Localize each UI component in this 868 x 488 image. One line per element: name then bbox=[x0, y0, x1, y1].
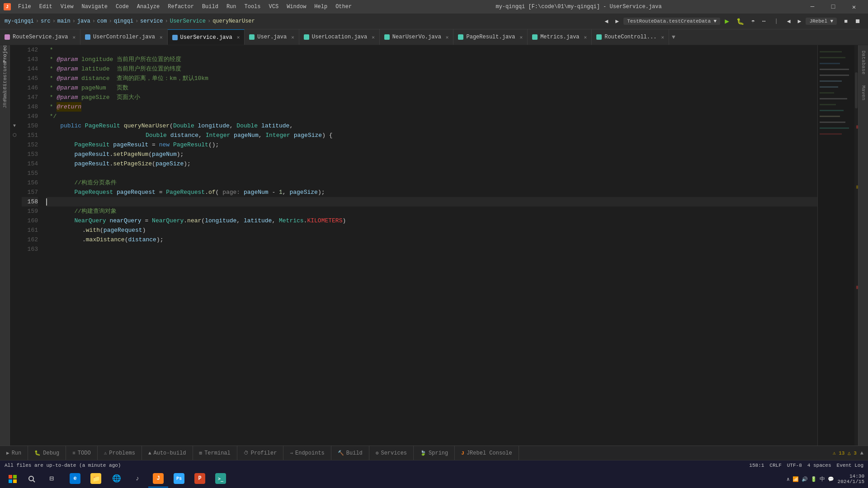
menu-vcs[interactable]: VCS bbox=[265, 3, 283, 11]
breadcrumb-file[interactable]: UserService bbox=[170, 18, 206, 24]
maximize-button[interactable]: □ bbox=[823, 0, 844, 14]
menu-window[interactable]: Window bbox=[283, 3, 310, 11]
debug-button[interactable]: 🐛 bbox=[734, 17, 747, 26]
bottom-tab-profiler[interactable]: ⏱ Profiler bbox=[237, 446, 284, 460]
more-tabs-button[interactable]: ▼ bbox=[669, 29, 678, 45]
minimap[interactable] bbox=[818, 45, 858, 446]
tab-userlocation[interactable]: UserLocation.java ✕ bbox=[299, 29, 380, 45]
sidebar-item-jrebel[interactable]: JRebel bbox=[0, 94, 9, 105]
code-editor[interactable]: * * @param longitude 当前用户所在位置的经度 * @para… bbox=[42, 45, 817, 446]
tab-close-userservice[interactable]: ✕ bbox=[237, 34, 240, 40]
tab-close-nearuservo[interactable]: ✕ bbox=[446, 34, 449, 40]
tab-routecontroller[interactable]: RouteControll... ✕ bbox=[592, 29, 669, 45]
tab-close-metrics[interactable]: ✕ bbox=[584, 34, 587, 40]
run-button[interactable]: ▶ bbox=[722, 16, 732, 27]
breadcrumb-method[interactable]: queryNearUser bbox=[212, 18, 255, 24]
menu-view[interactable]: View bbox=[57, 3, 77, 11]
menu-tools[interactable]: Tools bbox=[241, 3, 264, 11]
scrollbar-track[interactable] bbox=[854, 45, 858, 446]
breadcrumb-project[interactable]: my-qingqi bbox=[5, 18, 34, 24]
taskbar-app-terminal[interactable]: >_ bbox=[211, 470, 231, 488]
bottom-tab-build[interactable]: 🔨 Build bbox=[331, 446, 369, 460]
taskbar-app-winamp[interactable]: ♪ bbox=[127, 470, 147, 488]
warnings-count[interactable]: ⚠ 13 △ 3 bbox=[833, 450, 857, 456]
taskbar-app-intellij[interactable]: J bbox=[148, 470, 168, 488]
gutter-151[interactable]: ⬡ bbox=[13, 131, 17, 140]
expand-panel[interactable]: ▲ bbox=[860, 450, 863, 456]
nav-next-highlight[interactable]: ▶ bbox=[795, 17, 804, 26]
minimize-button[interactable]: ─ bbox=[802, 0, 823, 14]
tab-user[interactable]: User.java ✕ bbox=[245, 29, 299, 45]
bottom-tab-spring[interactable]: 🍃 Spring bbox=[414, 446, 455, 460]
tab-userservice[interactable]: UserService.java ✕ bbox=[168, 29, 245, 45]
sidebar-item-database[interactable]: Database bbox=[860, 47, 867, 78]
toolbar-more[interactable]: ⋯ bbox=[760, 17, 769, 26]
code-line-158[interactable] bbox=[46, 197, 817, 206]
bottom-tab-terminal[interactable]: ⊞ Terminal bbox=[193, 446, 237, 460]
menu-analyze[interactable]: Analyze bbox=[133, 3, 163, 11]
battery-icon[interactable]: 🔋 bbox=[811, 476, 817, 482]
sidebar-item-project[interactable]: Project bbox=[0, 47, 9, 58]
encoding[interactable]: UTF-8 bbox=[787, 463, 802, 468]
taskbar-search-button[interactable] bbox=[24, 471, 40, 487]
nav-forward[interactable]: ▶ bbox=[613, 17, 622, 26]
clock[interactable]: 14:30 2024/1/15 bbox=[838, 474, 864, 484]
taskbar-app-edge[interactable]: e bbox=[65, 470, 85, 488]
menu-code[interactable]: Code bbox=[112, 3, 132, 11]
nav-back[interactable]: ◀ bbox=[602, 17, 611, 26]
menu-help[interactable]: Help bbox=[311, 3, 331, 11]
run-coverage[interactable]: ☂ bbox=[749, 17, 758, 26]
tab-nearuservo[interactable]: NearUserVo.java ✕ bbox=[380, 29, 454, 45]
tab-metrics[interactable]: Metrics.java ✕ bbox=[528, 29, 592, 45]
tab-close-routeservice[interactable]: ✕ bbox=[72, 34, 75, 40]
breadcrumb-java[interactable]: java bbox=[77, 18, 90, 24]
taskbar-app-photoshop[interactable]: Ps bbox=[169, 470, 189, 488]
tab-close-user[interactable]: ✕ bbox=[291, 34, 294, 40]
tab-close-userlocation[interactable]: ✕ bbox=[372, 34, 375, 40]
close-button[interactable]: ✕ bbox=[844, 0, 864, 14]
bottom-tab-endpoints[interactable]: ⇒ Endpoints bbox=[283, 446, 331, 460]
notification-icon[interactable]: 💬 bbox=[828, 476, 834, 482]
menu-file[interactable]: File bbox=[14, 3, 35, 11]
run-config[interactable]: TestRouteData.testCreateData ▼ bbox=[623, 18, 720, 25]
bottom-tab-run[interactable]: ▶ Run bbox=[0, 446, 28, 460]
breadcrumb-main[interactable]: main bbox=[57, 18, 71, 24]
volume-icon[interactable]: 🔊 bbox=[802, 476, 808, 482]
breadcrumb-com[interactable]: com bbox=[97, 18, 107, 24]
sidebar-item-maven[interactable]: Maven bbox=[860, 82, 867, 104]
breadcrumb-qingqi[interactable]: qingqi bbox=[114, 18, 133, 24]
nav-prev-highlight[interactable]: ◀ bbox=[784, 17, 793, 26]
scrollbar-thumb[interactable] bbox=[855, 72, 858, 108]
tab-close-pageresult[interactable]: ✕ bbox=[520, 34, 523, 40]
menu-navigate[interactable]: Navigate bbox=[78, 3, 111, 11]
ime-icon[interactable]: 中 bbox=[820, 475, 825, 483]
tray-up-arrow[interactable]: ∧ bbox=[787, 476, 790, 482]
window-controls[interactable]: ─ □ ✕ bbox=[802, 0, 864, 14]
taskbar-app-chrome[interactable]: 🌐 bbox=[107, 470, 127, 488]
tab-close-routecontroller[interactable]: ✕ bbox=[661, 34, 664, 40]
bottom-tab-todo[interactable]: ≡ TODO bbox=[66, 446, 97, 460]
jrebel-config[interactable]: JRebel ▼ bbox=[806, 18, 837, 25]
taskbar-app-taskview[interactable]: ⊟ bbox=[42, 470, 61, 488]
line-ending[interactable]: CRLF bbox=[769, 463, 781, 468]
event-log[interactable]: Event Log bbox=[837, 463, 863, 468]
nav-controls[interactable]: ◀ ▶ TestRouteData.testCreateData ▼ ▶ 🐛 ☂… bbox=[602, 16, 863, 27]
tab-close-usercontroller[interactable]: ✕ bbox=[160, 34, 163, 40]
bottom-tab-services[interactable]: ⚙ Services bbox=[369, 446, 414, 460]
tab-routeservice[interactable]: RouteService.java ✕ bbox=[0, 29, 80, 45]
breadcrumb-service[interactable]: service bbox=[140, 18, 163, 24]
start-button[interactable] bbox=[4, 471, 22, 487]
bottom-tab-problems[interactable]: ⚠ Problems bbox=[98, 446, 142, 460]
menu-edit[interactable]: Edit bbox=[36, 3, 56, 11]
bottom-tab-debug[interactable]: 🐛 Debug bbox=[28, 446, 66, 460]
network-icon[interactable]: 📶 bbox=[793, 476, 799, 482]
menu-other[interactable]: Other bbox=[332, 3, 355, 11]
menu-run[interactable]: Run bbox=[223, 3, 240, 11]
taskbar-app-ppt[interactable]: P bbox=[190, 470, 210, 488]
menu-refactor[interactable]: Refactor bbox=[164, 3, 198, 11]
cursor-position[interactable]: 158:1 bbox=[749, 463, 764, 468]
tab-pageresult[interactable]: PageResult.java ✕ bbox=[453, 29, 528, 45]
menu-bar[interactable]: File Edit View Navigate Code Analyze Ref… bbox=[14, 3, 355, 11]
bottom-tab-jrebel-console[interactable]: J JRebel Console bbox=[455, 446, 519, 460]
menu-build[interactable]: Build bbox=[198, 3, 222, 11]
